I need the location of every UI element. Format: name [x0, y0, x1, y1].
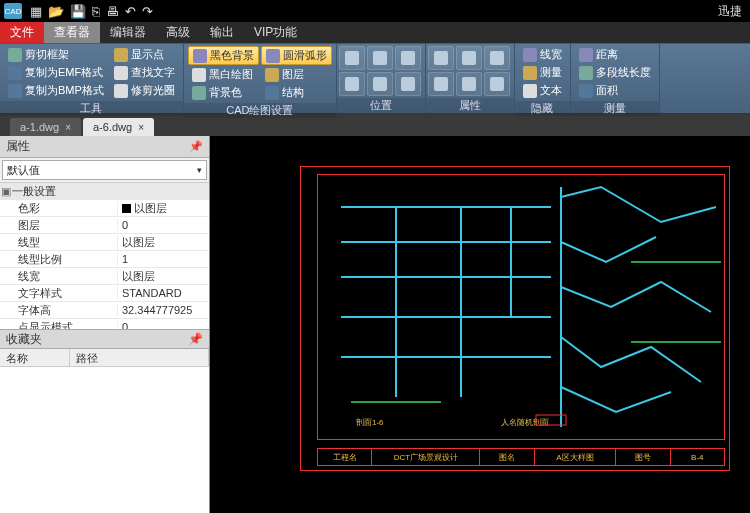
prop-row[interactable]: 点显示模式0 — [0, 319, 209, 329]
group-label: 隐藏 — [515, 101, 570, 116]
main-area: 属性 📌 默认值▾ ▣一般设置色彩以图层图层0线型以图层线型比例1线宽以图层文字… — [0, 136, 750, 513]
bw-draw-button[interactable]: 黑白绘图 — [188, 66, 259, 83]
show-points-button[interactable]: 显示点 — [110, 46, 179, 63]
measure-button[interactable]: 测量 — [519, 64, 566, 81]
bg-color-button[interactable]: 背景色 — [188, 84, 259, 101]
tb-cell: 工程名 — [317, 448, 371, 466]
pos-btn[interactable] — [367, 46, 393, 70]
drawing-frame: 剖面1-6 人名随机剖面 工程名 DCT广场景观设计 图名 A区大样图 图号 B… — [300, 166, 730, 471]
clip-frame-button[interactable]: 剪切框架 — [4, 46, 108, 63]
tb-cell: B-4 — [670, 448, 725, 466]
copy-emf-button[interactable]: 复制为EMF格式 — [4, 64, 108, 81]
pos-btn[interactable] — [339, 46, 365, 70]
print-icon[interactable]: 🖶 — [106, 4, 119, 19]
copy-bmp-button[interactable]: 复制为BMP格式 — [4, 82, 108, 99]
tb-cell: A区大样图 — [534, 448, 615, 466]
tab-vip[interactable]: VIP功能 — [244, 22, 307, 43]
chevron-down-icon: ▾ — [197, 165, 202, 175]
ribbon-group-tools: 剪切框架 复制为EMF格式 复制为BMP格式 显示点 查找文字 修剪光圈 工具 — [0, 44, 184, 113]
col-name[interactable]: 名称 — [0, 349, 70, 366]
app-title: 迅捷 — [153, 3, 746, 20]
attr-btn[interactable] — [456, 72, 482, 96]
favorites-columns: 名称 路径 — [0, 349, 209, 367]
prop-row[interactable]: 文字样式STANDARD — [0, 285, 209, 302]
attr-btn[interactable] — [484, 46, 510, 70]
pos-btn[interactable] — [339, 72, 365, 96]
prop-row[interactable]: 线型以图层 — [0, 234, 209, 251]
favorites-body — [0, 367, 209, 513]
group-label: CAD绘图设置 — [184, 103, 336, 118]
prop-row[interactable]: 图层0 — [0, 217, 209, 234]
ribbon-group-measure: 距离 多段线长度 面积 测量 — [571, 44, 660, 113]
ribbon-group-attributes: 属性 — [426, 44, 515, 113]
structure-button[interactable]: 结构 — [261, 84, 332, 101]
quick-access-toolbar: ▦ 📂 💾 ⎘ 🖶 ↶ ↷ — [30, 4, 153, 19]
prop-row[interactable]: 色彩以图层 — [0, 200, 209, 217]
new-icon[interactable]: ▦ — [30, 4, 42, 19]
area-button[interactable]: 面积 — [575, 82, 655, 99]
panel-header: 属性 📌 — [0, 136, 209, 158]
tb-cell: 图名 — [479, 448, 533, 466]
attr-btn[interactable] — [428, 46, 454, 70]
prop-category[interactable]: ▣一般设置 — [0, 183, 209, 200]
pin-icon[interactable]: 📌 — [189, 140, 203, 153]
tab-output[interactable]: 输出 — [200, 22, 244, 43]
title-block: 工程名 DCT广场景观设计 图名 A区大样图 图号 B-4 — [317, 448, 725, 466]
properties-list: ▣一般设置色彩以图层图层0线型以图层线型比例1线宽以图层文字样式STANDARD… — [0, 182, 209, 329]
attr-btn[interactable] — [484, 72, 510, 96]
distance-button[interactable]: 距离 — [575, 46, 655, 63]
title-bar: CAD ▦ 📂 💾 ⎘ 🖶 ↶ ↷ 迅捷 — [0, 0, 750, 22]
file-tab[interactable]: a-6.dwg× — [83, 118, 154, 136]
lineweight-button[interactable]: 线宽 — [519, 46, 566, 63]
collapse-icon[interactable]: ▣ — [0, 185, 12, 198]
attr-btn[interactable] — [428, 72, 454, 96]
find-text-button[interactable]: 查找文字 — [110, 64, 179, 81]
text-button[interactable]: 文本 — [519, 82, 566, 99]
pos-btn[interactable] — [395, 46, 421, 70]
tab-editor[interactable]: 编辑器 — [100, 22, 156, 43]
pos-btn[interactable] — [367, 72, 393, 96]
favorites-header[interactable]: 收藏夹 📌 — [0, 329, 209, 349]
menu-bar: 文件 查看器 编辑器 高级 输出 VIP功能 — [0, 22, 750, 44]
prop-row[interactable]: 字体高32.344777925 — [0, 302, 209, 319]
properties-panel: 属性 📌 默认值▾ ▣一般设置色彩以图层图层0线型以图层线型比例1线宽以图层文字… — [0, 136, 210, 513]
pin-icon[interactable]: 📌 — [188, 332, 203, 346]
tab-file[interactable]: 文件 — [0, 22, 44, 43]
pos-btn[interactable] — [395, 72, 421, 96]
ribbon-group-hide: 线宽 测量 文本 隐藏 — [515, 44, 571, 113]
black-bg-button[interactable]: 黑色背景 — [188, 46, 259, 65]
saveas-icon[interactable]: ⎘ — [92, 4, 100, 19]
group-label: 位置 — [337, 98, 425, 113]
attr-btn[interactable] — [456, 46, 482, 70]
selector-dropdown[interactable]: 默认值▾ — [2, 160, 207, 180]
drawing-canvas[interactable]: 剖面1-6 人名随机剖面 工程名 DCT广场景观设计 图名 A区大样图 图号 B… — [210, 136, 750, 513]
layers-button[interactable]: 图层 — [261, 66, 332, 83]
redo-icon[interactable]: ↷ — [142, 4, 153, 19]
group-label: 属性 — [426, 98, 514, 113]
color-swatch — [122, 204, 131, 213]
close-icon[interactable]: × — [138, 122, 144, 133]
smooth-arc-button[interactable]: 圆滑弧形 — [261, 46, 332, 65]
trim-aperture-button[interactable]: 修剪光圈 — [110, 82, 179, 99]
ribbon-group-position: 位置 — [337, 44, 426, 113]
col-path[interactable]: 路径 — [70, 349, 209, 366]
app-logo: CAD — [4, 3, 22, 19]
tab-advanced[interactable]: 高级 — [156, 22, 200, 43]
open-icon[interactable]: 📂 — [48, 4, 64, 19]
prop-row[interactable]: 线型比例1 — [0, 251, 209, 268]
tb-cell: 图号 — [615, 448, 669, 466]
cad-drawing: 剖面1-6 人名随机剖面 — [301, 167, 731, 472]
ribbon: 剪切框架 复制为EMF格式 复制为BMP格式 显示点 查找文字 修剪光圈 工具 … — [0, 44, 750, 114]
ribbon-group-cad-settings: 黑色背景 黑白绘图 背景色 圆滑弧形 图层 结构 CAD绘图设置 — [184, 44, 337, 113]
tab-viewer[interactable]: 查看器 — [44, 22, 100, 43]
undo-icon[interactable]: ↶ — [125, 4, 136, 19]
dwg-label: 剖面1-6 — [356, 418, 384, 427]
dwg-label: 人名随机剖面 — [501, 418, 549, 427]
tb-cell: DCT广场景观设计 — [371, 448, 479, 466]
polyline-length-button[interactable]: 多段线长度 — [575, 64, 655, 81]
close-icon[interactable]: × — [65, 122, 71, 133]
prop-row[interactable]: 线宽以图层 — [0, 268, 209, 285]
file-tab[interactable]: a-1.dwg× — [10, 118, 81, 136]
file-tab-bar: a-1.dwg× a-6.dwg× — [0, 114, 750, 136]
save-icon[interactable]: 💾 — [70, 4, 86, 19]
